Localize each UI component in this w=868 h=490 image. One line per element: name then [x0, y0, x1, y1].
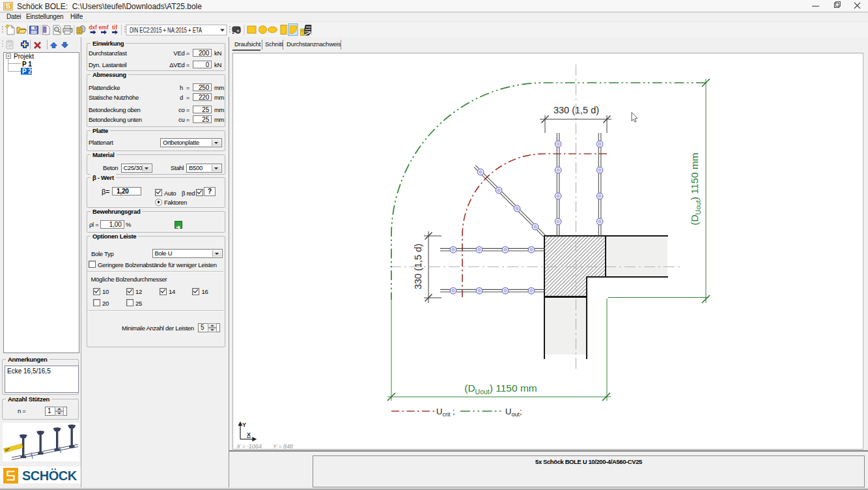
svg-text:Projekt: Projekt [14, 53, 34, 60]
svg-text:P 1: P 1 [22, 61, 32, 68]
svg-text:tif: tif [112, 24, 117, 31]
svg-text:emf: emf [98, 24, 108, 31]
svg-text:X = -1064: X = -1064 [236, 442, 262, 449]
svg-text:X: X [247, 431, 251, 438]
svg-text:(DUout) 1150 mm: (DUout) 1150 mm [689, 152, 702, 225]
svg-text:Y = 848: Y = 848 [273, 442, 294, 449]
svg-text:330 (1,5 d): 330 (1,5 d) [413, 244, 423, 289]
svg-text:(DUout) 1150 mm: (DUout) 1150 mm [464, 382, 537, 396]
svg-text:Uout;: Uout; [505, 407, 522, 418]
svg-text:Ucrit ;: Ucrit ; [436, 407, 455, 418]
svg-text:330 (1,5 d): 330 (1,5 d) [553, 105, 599, 115]
svg-text:DIN EC2:2015 + NA:2015 + ETA: DIN EC2:2015 + NA:2015 + ETA [130, 27, 202, 34]
svg-text:Y: Y [242, 422, 246, 428]
svg-text:dxf: dxf [89, 24, 97, 31]
svg-text:P 2: P 2 [22, 68, 32, 75]
